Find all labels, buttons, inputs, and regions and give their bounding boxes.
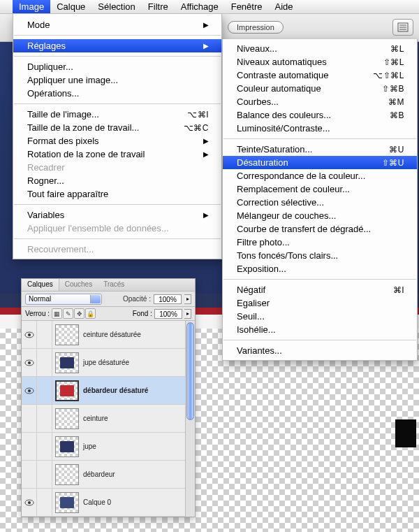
layer-link-cell[interactable] (37, 489, 52, 517)
menubar-item-filtre[interactable]: Filtre (142, 0, 175, 13)
menu-item-label: Variables (27, 210, 64, 220)
menubar-item-aide[interactable]: Aide (269, 0, 300, 13)
menubar-item-calque[interactable]: Calque (50, 0, 91, 13)
layer-visibility-toggle[interactable] (22, 461, 37, 489)
menu-reglages-item[interactable]: Remplacement de couleur... (223, 182, 417, 196)
layer-row[interactable]: jupe (22, 433, 195, 461)
menu-image-item[interactable]: Mode▶ (13, 18, 221, 31)
layer-link-cell[interactable] (37, 321, 52, 349)
layer-visibility-toggle[interactable] (22, 349, 37, 377)
menu-reglages-item[interactable]: Négatif⌘I (223, 283, 417, 296)
layer-name[interactable]: Calque 0 (82, 498, 111, 506)
layer-visibility-toggle[interactable] (22, 489, 37, 517)
menu-item-label: Mode (27, 20, 50, 30)
menu-reglages-item[interactable]: Isohélie... (223, 323, 417, 336)
layer-name[interactable]: ceinture (82, 415, 108, 422)
layer-row[interactable]: débardeur (22, 461, 195, 489)
menu-reglages-item[interactable]: Filtre photo... (223, 236, 417, 249)
lock-pixels-icon[interactable]: ✎ (63, 308, 73, 319)
layer-link-cell[interactable] (37, 461, 52, 489)
menu-image-item[interactable]: Dupliquer... (13, 60, 221, 73)
menubar-item-fenêtre[interactable]: Fenêtre (225, 0, 269, 13)
menu-reglages-item[interactable]: Seuil... (223, 310, 417, 323)
menu-reglages-item[interactable]: Courbes...⌘M (223, 95, 417, 108)
menu-image-item[interactable]: Taille de l'image...⌥⌘I (13, 108, 221, 121)
menubar-item-sélection[interactable]: Sélection (91, 0, 141, 13)
submenu-arrow-icon: ▶ (188, 211, 209, 219)
panel-tab-tracés[interactable]: Tracés (98, 279, 130, 291)
menu-reglages-item[interactable]: Correspondance de la couleur... (223, 169, 417, 182)
menubar-item-image[interactable]: Image (13, 0, 50, 13)
layer-name[interactable]: jupe (82, 443, 96, 450)
layer-link-cell[interactable] (37, 349, 52, 377)
layer-name[interactable]: jupe désaturée (82, 359, 129, 366)
layer-thumbnail[interactable] (55, 324, 79, 345)
layer-thumbnail[interactable] (55, 408, 79, 429)
layer-visibility-toggle[interactable] (22, 377, 37, 405)
layer-visibility-toggle[interactable] (22, 433, 37, 461)
panel-tab-calques[interactable]: Calques (22, 279, 59, 291)
layer-link-cell[interactable] (37, 377, 52, 405)
lock-position-icon[interactable]: ✥ (74, 308, 84, 319)
fill-stepper[interactable]: ▸ (184, 309, 191, 319)
panel-tab-couches[interactable]: Couches (59, 279, 98, 291)
menu-reglages-item[interactable]: Courbe de transfert de dégradé... (223, 222, 417, 236)
menubar-item-affichage[interactable]: Affichage (175, 0, 225, 13)
menu-image-item[interactable]: Taille de la zone de travail...⌥⌘C (13, 121, 221, 134)
menu-shortcut: ⌘U (374, 145, 404, 154)
layer-row[interactable]: ceinture désaturée (22, 321, 195, 349)
layer-row[interactable]: jupe désaturée (22, 349, 195, 377)
layer-thumbnail[interactable] (55, 380, 79, 401)
layer-visibility-toggle[interactable] (22, 321, 37, 349)
menu-item-label: Egaliser (237, 298, 270, 308)
layer-link-cell[interactable] (37, 433, 52, 461)
layer-visibility-toggle[interactable] (22, 405, 37, 433)
menu-reglages-item[interactable]: Niveaux...⌘L (223, 42, 417, 55)
layer-thumbnail[interactable] (55, 436, 79, 457)
menu-reglages-item[interactable]: Variantes... (223, 344, 417, 357)
menu-reglages-item[interactable]: Egaliser (223, 296, 417, 310)
menu-reglages-item[interactable]: Niveaux automatiques⇧⌘L (223, 55, 417, 69)
opacity-field[interactable]: 100% (154, 294, 182, 304)
lock-all-icon[interactable]: 🔒 (85, 308, 96, 319)
menu-reglages-item[interactable]: Exposition... (223, 262, 417, 275)
menu-reglages-item[interactable]: Luminosité/Contraste... (223, 122, 417, 135)
layer-thumbnail[interactable] (55, 464, 79, 485)
impression-button[interactable]: Impression (228, 21, 284, 34)
palette-toggle-button[interactable] (392, 19, 413, 36)
layer-thumbnail[interactable] (55, 352, 79, 373)
opacity-stepper[interactable]: ▸ (184, 294, 191, 304)
menu-item-label: Courbes... (237, 96, 279, 107)
scrollbar-thumb[interactable] (186, 322, 194, 420)
menu-reglages-item[interactable]: Désaturation⇧⌘U (223, 156, 417, 169)
menu-item-label: Opérations... (27, 88, 79, 99)
menu-image-item[interactable]: Opérations... (13, 87, 221, 100)
menu-reglages-item[interactable]: Couleur automatique⇧⌘B (223, 82, 417, 95)
layers-scrollbar[interactable] (185, 321, 195, 517)
layer-name[interactable]: débardeur (82, 470, 115, 478)
layer-row[interactable]: Calque 0 (22, 489, 195, 517)
menu-image-item[interactable]: Réglages▶ (13, 39, 221, 52)
layer-name[interactable]: ceinture désaturée (82, 331, 141, 338)
menu-image-item[interactable]: Appliquer une image... (13, 73, 221, 87)
layer-thumbnail[interactable] (55, 492, 79, 513)
layer-link-cell[interactable] (37, 405, 52, 433)
lock-transparency-icon[interactable]: ▦ (52, 308, 62, 319)
menu-image-item[interactable]: Rogner... (13, 174, 221, 187)
blend-mode-select[interactable]: Normal (25, 294, 102, 305)
menu-reglages-item[interactable]: Balance des couleurs...⌘B (223, 108, 417, 122)
menu-image-item[interactable]: Variables▶ (13, 208, 221, 222)
layer-row[interactable]: ceinture (22, 405, 195, 433)
menu-image-item[interactable]: Rotation de la zone de travail▶ (13, 148, 221, 161)
menu-reglages-item[interactable]: Mélangeur de couches... (223, 209, 417, 222)
menu-reglages-item[interactable]: Tons foncés/Tons clairs... (223, 249, 417, 262)
fill-field[interactable]: 100% (154, 309, 182, 319)
menu-image-item[interactable]: Tout faire apparaître (13, 187, 221, 201)
menu-image-item[interactable]: Format des pixels▶ (13, 134, 221, 148)
menu-reglages-item[interactable]: Teinte/Saturation...⌘U (223, 143, 417, 156)
menu-reglages-item[interactable]: Contraste automatique⌥⇧⌘L (223, 69, 417, 82)
layer-name[interactable]: débardeur désaturé (82, 387, 148, 394)
layer-row[interactable]: débardeur désaturé (22, 377, 195, 405)
menu-item-label: Niveaux... (237, 43, 277, 54)
menu-reglages-item[interactable]: Correction sélective... (223, 196, 417, 209)
